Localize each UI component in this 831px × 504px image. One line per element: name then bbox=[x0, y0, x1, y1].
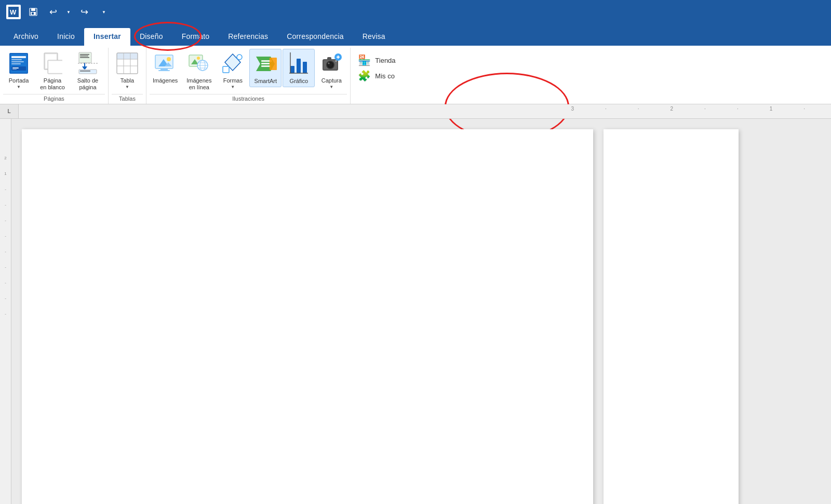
formas-icon bbox=[220, 51, 245, 76]
ruler-tick-2: 2 bbox=[671, 106, 674, 112]
group-paginas: Portada ▼ Páginaen blanco bbox=[0, 48, 109, 104]
group-ilustraciones: Imágenes bbox=[146, 48, 351, 104]
ruler-tab-marker[interactable]: L bbox=[0, 104, 19, 119]
doc-pages: Arbol Genealogico bbox=[11, 119, 831, 504]
svg-rect-59 bbox=[297, 59, 301, 73]
tab-diseno[interactable]: Diseño bbox=[130, 28, 172, 46]
tabla-label: Tabla bbox=[120, 77, 134, 84]
tab-formato[interactable]: Formato bbox=[172, 28, 219, 46]
svg-point-44 bbox=[197, 57, 200, 60]
document-area: 2 1 - - - - - - - - - bbox=[0, 119, 831, 504]
tienda-button[interactable]: 🏪 Tienda bbox=[358, 54, 395, 66]
tab-inicio[interactable]: Inicio bbox=[48, 28, 84, 46]
portada-label: Portada bbox=[9, 77, 29, 84]
customize-qat-button[interactable]: ▼ bbox=[97, 5, 111, 19]
salto-pagina-button[interactable]: Salto depágina bbox=[71, 49, 105, 93]
mis-complementos-label: Mis co bbox=[375, 72, 395, 80]
tablas-group-label: Tablas bbox=[112, 94, 143, 104]
smartart-button[interactable]: SmartArt bbox=[249, 49, 282, 87]
ruler-v-tick-dash3: - bbox=[5, 212, 6, 228]
tab-referencias[interactable]: Referencias bbox=[219, 28, 277, 46]
svg-rect-9 bbox=[11, 59, 22, 60]
formas-label: Formas bbox=[223, 77, 243, 84]
grafico-icon bbox=[286, 51, 311, 76]
portada-button[interactable]: Portada ▼ bbox=[3, 49, 34, 91]
svg-rect-70 bbox=[327, 57, 331, 60]
svg-rect-18 bbox=[49, 61, 62, 73]
ruler-v-tick-dash7: - bbox=[5, 275, 6, 290]
tab-archivo[interactable]: Archivo bbox=[4, 28, 48, 46]
tabla-dropdown-arrow: ▼ bbox=[125, 85, 129, 89]
smartart-label: SmartArt bbox=[254, 78, 277, 85]
imagenes-linea-button[interactable]: Imágenesen línea bbox=[182, 49, 216, 93]
grafico-button[interactable]: Gráfico bbox=[283, 49, 315, 87]
redo-button[interactable]: ↪ bbox=[77, 5, 91, 19]
ruler-vertical: 2 1 - - - - - - - - - bbox=[0, 119, 11, 504]
svg-point-52 bbox=[237, 55, 242, 60]
svg-rect-41 bbox=[158, 70, 170, 71]
group-addins: 🏪 Tienda 🧩 Mis co bbox=[351, 48, 398, 104]
svg-rect-26 bbox=[80, 71, 90, 72]
paginas-items: Portada ▼ Páginaen blanco bbox=[3, 49, 105, 94]
tablas-items: Tabla ▼ bbox=[112, 49, 143, 94]
group-tablas: Tabla ▼ Tablas bbox=[109, 48, 146, 104]
tienda-label: Tienda bbox=[375, 57, 395, 64]
undo-dropdown[interactable]: ▼ bbox=[65, 5, 72, 19]
ruler-tick-dot5: · bbox=[803, 106, 805, 112]
ruler-right: 3 · · 2 · · 1 · bbox=[19, 104, 831, 119]
svg-rect-8 bbox=[11, 56, 26, 58]
salto-pagina-label: Salto depágina bbox=[74, 77, 102, 91]
svg-marker-50 bbox=[225, 54, 240, 71]
ruler-v-tick-dash2: - bbox=[5, 197, 6, 212]
formas-button[interactable]: Formas ▼ bbox=[217, 49, 248, 91]
title-bar: W ↩ ▼ ↪ ▼ bbox=[0, 0, 831, 24]
svg-rect-56 bbox=[261, 65, 271, 67]
tab-correspondencia[interactable]: Correspondencia bbox=[277, 28, 353, 46]
undo-button[interactable]: ↩ bbox=[46, 5, 60, 19]
ribbon-wrapper: W ↩ ▼ ↪ ▼ Archivo Inicio Insertar Diseño… bbox=[0, 0, 831, 104]
ruler-v-tick-2: 2 bbox=[4, 150, 6, 166]
svg-rect-35 bbox=[131, 53, 138, 59]
tab-revisar[interactable]: Revisa bbox=[353, 28, 395, 46]
ruler-tick-dot2: · bbox=[638, 106, 639, 112]
save-button[interactable] bbox=[26, 5, 41, 19]
svg-rect-14 bbox=[12, 69, 17, 70]
svg-rect-60 bbox=[303, 62, 307, 73]
svg-rect-55 bbox=[261, 63, 270, 64]
ruler-v-tick-dash9: - bbox=[5, 306, 6, 321]
ilustraciones-items: Imágenes bbox=[150, 49, 347, 94]
svg-rect-57 bbox=[270, 58, 277, 70]
portada-dropdown-arrow: ▼ bbox=[17, 85, 21, 89]
pagina-blanco-icon bbox=[40, 51, 65, 76]
side-page bbox=[604, 129, 739, 504]
tab-insertar[interactable]: Insertar bbox=[84, 28, 130, 46]
svg-rect-25 bbox=[79, 70, 97, 74]
imagenes-icon bbox=[153, 51, 178, 76]
ruler-tab-label: L bbox=[7, 108, 10, 114]
mis-complementos-button[interactable]: 🧩 Mis co bbox=[358, 70, 395, 82]
imagenes-linea-icon bbox=[186, 51, 211, 76]
ruler-tick-dot1: · bbox=[605, 106, 607, 112]
svg-point-39 bbox=[167, 57, 171, 61]
captura-icon bbox=[319, 51, 344, 76]
mis-complementos-icon: 🧩 bbox=[358, 70, 371, 82]
formas-dropdown-arrow: ▼ bbox=[231, 85, 235, 89]
ribbon-tabs: Archivo Inicio Insertar Diseño Formato R… bbox=[0, 24, 831, 46]
ruler-horizontal: L 3 · · 2 · · 1 · bbox=[0, 104, 831, 119]
smartart-icon bbox=[253, 51, 278, 76]
captura-button[interactable]: Captura ▼ bbox=[316, 49, 347, 91]
paginas-group-label: Páginas bbox=[3, 94, 105, 104]
svg-rect-58 bbox=[290, 66, 294, 73]
svg-rect-34 bbox=[124, 53, 130, 59]
portada-icon bbox=[6, 51, 31, 76]
svg-rect-20 bbox=[80, 54, 89, 55]
ruler-v-tick-dash6: - bbox=[5, 259, 6, 275]
imagenes-button[interactable]: Imágenes bbox=[150, 49, 181, 86]
grafico-label: Gráfico bbox=[290, 78, 308, 85]
pagina-blanco-button[interactable]: Páginaen blanco bbox=[35, 49, 70, 93]
tienda-icon: 🏪 bbox=[358, 54, 371, 66]
svg-rect-40 bbox=[160, 69, 168, 70]
svg-rect-21 bbox=[80, 56, 88, 57]
svg-rect-13 bbox=[12, 67, 19, 69]
tabla-button[interactable]: Tabla ▼ bbox=[112, 49, 143, 91]
